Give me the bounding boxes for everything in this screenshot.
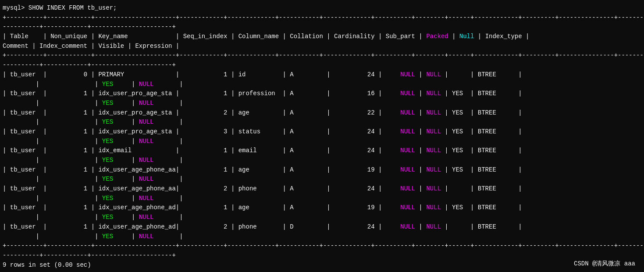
- separator-mid2: ----------+------------+----------------…: [3, 61, 641, 70]
- separator-top: +----------+------------+---------------…: [3, 13, 641, 23]
- row-7a: | tb_user | 1 | idx_user_age_phone_aa| 2…: [3, 184, 641, 194]
- row-1b: | | YES | NULL |: [3, 80, 641, 89]
- command-line: mysql> SHOW INDEX FROM tb_user;: [3, 4, 641, 13]
- row-6b: | | YES | NULL |: [3, 175, 641, 184]
- separator-bottom2: ----------+------------+----------------…: [3, 251, 641, 261]
- row-5b: | | YES | NULL |: [3, 156, 641, 165]
- separator-mid: +----------+------------+---------------…: [3, 51, 641, 61]
- row-6a: | tb_user | 1 | idx_user_age_phone_aa| 1…: [3, 165, 641, 175]
- row-7b: | | YES | NULL |: [3, 194, 641, 204]
- row-8a: | tb_user | 1 | idx_user_age_phone_ad| 1…: [3, 203, 641, 213]
- row-3b: | | YES | NULL |: [3, 118, 641, 127]
- header-row: | Table | Non_unique | Key_name | Seq_in…: [3, 32, 641, 42]
- row-8b: | | YES | NULL |: [3, 213, 641, 222]
- row-2b: | | YES | NULL |: [3, 99, 641, 108]
- terminal: mysql> SHOW INDEX FROM tb_user; +-------…: [0, 0, 644, 272]
- row-1a: | tb_user | 0 | PRIMARY | 1 | id | A | 2…: [3, 70, 641, 80]
- row-4a: | tb_user | 1 | idx_user_pro_age_sta | 3…: [3, 127, 641, 137]
- header-row2: Comment | Index_comment | Visible | Expr…: [3, 42, 641, 51]
- row-9a: | tb_user | 1 | idx_user_age_phone_ad| 2…: [3, 222, 641, 232]
- row-2a: | tb_user | 1 | idx_user_pro_age_sta | 1…: [3, 89, 641, 99]
- row-3a: | tb_user | 1 | idx_user_pro_age_sta | 2…: [3, 108, 641, 118]
- separator-top2: ----------+------------+----------------…: [3, 22, 641, 32]
- watermark: CSDN @清风微凉 aaa: [574, 260, 635, 268]
- row-count: 9 rows in set (0.00 sec): [3, 261, 641, 270]
- row-9b: | | YES | NULL |: [3, 232, 641, 242]
- row-4b: | | YES | NULL |: [3, 137, 641, 147]
- row-5a: | tb_user | 1 | idx_email | 1 | email | …: [3, 146, 641, 156]
- empty-line: [3, 270, 641, 272]
- separator-bottom: +----------+------------+---------------…: [3, 241, 641, 251]
